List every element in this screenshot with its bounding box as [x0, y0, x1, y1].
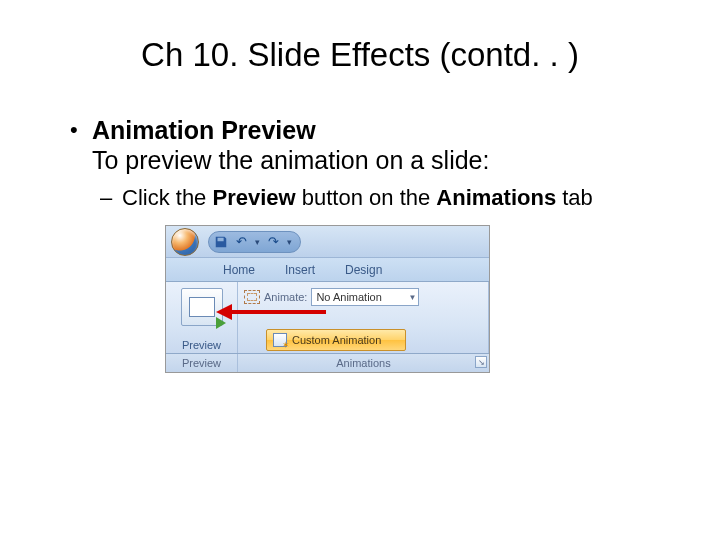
save-icon[interactable] — [213, 234, 228, 249]
custom-animation-button[interactable]: Custom Animation — [266, 329, 406, 351]
sub-bullet-click-preview: Click the Preview button on the Animatio… — [122, 185, 680, 211]
preview-button-label: Preview — [182, 339, 221, 351]
play-icon — [216, 317, 226, 329]
placeholder-icon — [244, 290, 260, 304]
ribbon-screenshot-wrap: ↶ ▾ ↷ ▾ Home Insert Design Preview — [70, 225, 680, 373]
animate-combo-value: No Animation — [316, 291, 381, 303]
preview-button[interactable] — [181, 288, 223, 326]
sub-text-mid: button on the — [302, 185, 437, 210]
qat-customize-caret-icon[interactable]: ▾ — [287, 237, 292, 247]
slide-body: Animation Preview To preview the animati… — [40, 116, 680, 373]
redo-icon[interactable]: ↷ — [266, 234, 281, 249]
chevron-down-icon: ▼ — [409, 293, 417, 302]
animate-combo[interactable]: No Animation ▼ — [311, 288, 419, 306]
group-animations: Animate: No Animation ▼ Custom Animation — [238, 282, 489, 353]
group-title-preview: Preview — [166, 354, 238, 372]
tab-home[interactable]: Home — [208, 258, 270, 281]
group-title-animations: Animations ↘ — [238, 354, 489, 372]
ribbon-body: Preview Animate: No Animation ▼ Custom A… — [166, 282, 489, 354]
sub-text-end: tab — [562, 185, 593, 210]
bullet-heading: Animation Preview — [92, 116, 316, 144]
undo-icon[interactable]: ↶ — [234, 234, 249, 249]
sub-bold-animations: Animations — [436, 185, 562, 210]
quick-access-toolbar: ↶ ▾ ↷ ▾ — [166, 226, 489, 258]
group-preview: Preview — [166, 282, 238, 353]
animate-row: Animate: No Animation ▼ — [244, 286, 482, 308]
animate-label: Animate: — [264, 291, 307, 303]
slide-thumb-icon — [189, 297, 215, 317]
custom-animation-icon — [273, 333, 287, 347]
custom-animation-label: Custom Animation — [292, 334, 381, 346]
undo-caret-icon[interactable]: ▾ — [255, 237, 260, 247]
qat-pill: ↶ ▾ ↷ ▾ — [208, 231, 301, 253]
ribbon-group-titles: Preview Animations ↘ — [166, 354, 489, 372]
ribbon-screenshot: ↶ ▾ ↷ ▾ Home Insert Design Preview — [165, 225, 490, 373]
tab-insert[interactable]: Insert — [270, 258, 330, 281]
sub-bold-preview: Preview — [212, 185, 301, 210]
sub-text: Click the — [122, 185, 212, 210]
tab-design[interactable]: Design — [330, 258, 397, 281]
bullet-body: To preview the animation on a slide: — [92, 146, 489, 174]
slide-title: Ch 10. Slide Effects (contd. . ) — [40, 24, 680, 84]
office-orb-icon — [171, 228, 199, 256]
dialog-launcher-icon[interactable]: ↘ — [475, 356, 487, 368]
bullet-animation-preview: Animation Preview To preview the animati… — [92, 116, 680, 211]
office-button[interactable] — [166, 226, 204, 258]
slide: Ch 10. Slide Effects (contd. . ) Animati… — [0, 0, 720, 373]
group-title-animations-text: Animations — [336, 357, 390, 369]
ribbon-tabs: Home Insert Design — [166, 258, 489, 282]
